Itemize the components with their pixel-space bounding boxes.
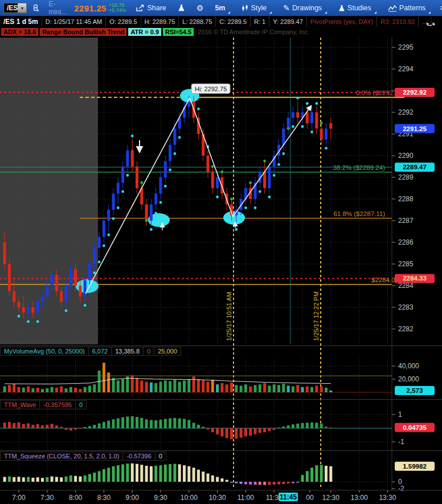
rsi-chip[interactable]: RSI=54.5 xyxy=(163,28,194,36)
squeeze-study-header: TTM_Squeeze (CLOSE, 20, 1.5, 2.0, 1.0) -… xyxy=(1,452,166,461)
svg-text:0.04735: 0.04735 xyxy=(403,424,427,431)
level-label: 61.8% ($2287.11) xyxy=(333,210,385,217)
patterns-wave-icon xyxy=(388,5,397,12)
copyright-text: 2016 © TD Ameritrade IP Company, Inc. xyxy=(198,29,309,35)
svg-text:2295: 2295 xyxy=(398,43,414,51)
chart-data-header: /ES 1 d 5m D: 1/25/17 11:45 AM O: 2289.5… xyxy=(0,16,442,27)
symbol-value: /ES xyxy=(4,4,18,12)
field-high: H: 2289.75 xyxy=(141,16,179,27)
studies-flask-icon xyxy=(338,5,345,12)
analyze-flask-icon xyxy=(178,4,185,12)
adx-chip[interactable]: ADX = 18.6 xyxy=(1,28,38,36)
share-icon xyxy=(136,5,145,12)
svg-text:9:00: 9:00 xyxy=(126,494,140,502)
dropdown-caret xyxy=(325,11,327,14)
link-button[interactable] xyxy=(28,0,43,16)
svg-text:2292.92: 2292.92 xyxy=(403,89,427,96)
svg-text:2292: 2292 xyxy=(398,108,414,116)
field-range: R: 1 xyxy=(251,16,269,27)
wave-study-header: TTM_Wave -0.357595 0 xyxy=(1,400,87,409)
svg-text:7:00: 7:00 xyxy=(12,494,26,502)
studies-dropdown[interactable]: Studies xyxy=(334,0,380,16)
wave-value-2: 0 xyxy=(75,400,87,409)
analyze-button[interactable] xyxy=(174,0,189,16)
field-low: L: 2288.75 xyxy=(179,16,216,27)
svg-text:40,000: 40,000 xyxy=(398,362,419,370)
svg-text:2291.25: 2291.25 xyxy=(403,125,427,132)
svg-text:11:45: 11:45 xyxy=(280,493,297,501)
svg-text:13:00: 13:00 xyxy=(351,494,368,502)
patterns-dropdown[interactable]: Patterns xyxy=(384,0,435,16)
svg-text:10:30: 10:30 xyxy=(209,494,226,502)
wave-study-label[interactable]: TTM_Wave xyxy=(0,400,40,409)
field-date: D: 1/25/17 11:45 AM xyxy=(42,16,106,27)
svg-text:2294: 2294 xyxy=(398,65,414,73)
timeframe-value: 5m xyxy=(215,4,225,12)
svg-text:1: 1 xyxy=(398,410,402,418)
pencil-icon: ✎ xyxy=(283,4,290,12)
last-price: 2291.25 xyxy=(74,3,106,13)
svg-text:20,000: 20,000 xyxy=(398,375,419,383)
squeeze-value-2: 0 xyxy=(155,452,166,461)
vline-timestamp: 1/25/17 10:51 AM xyxy=(226,292,232,341)
field-y: Y: 2289.47 xyxy=(269,16,307,27)
svg-text:11:00: 11:00 xyxy=(238,494,254,502)
link-icon xyxy=(32,4,39,12)
dropdown-caret xyxy=(428,11,431,14)
timeframe-dropdown[interactable]: 5m xyxy=(211,0,234,16)
pivot-r3-value: R3: 2313.92 xyxy=(377,16,419,27)
symbol-dropdown-caret[interactable]: ▼ xyxy=(18,3,26,13)
trend-chip[interactable]: Range Bound Bullish Trend xyxy=(40,28,126,36)
last-price-group: 2291.25 +16.75 +0.74% xyxy=(72,0,128,16)
top-toolbar: /ES ▼ E-mini... 2291.25 +16.75 +0.74% xyxy=(0,0,442,16)
symbol-input[interactable]: /ES ▼ xyxy=(3,3,27,13)
menu-icon: ≡ xyxy=(440,4,442,12)
volume-study-label[interactable]: MyVolumeAvg (50, 0, 25000) xyxy=(0,347,89,356)
resize-icon[interactable] xyxy=(425,19,436,28)
volume-value-3: 0 xyxy=(143,347,154,356)
svg-text:00: 00 xyxy=(306,494,314,502)
svg-text:Hi: 2292.75: Hi: 2292.75 xyxy=(195,86,227,92)
svg-text:-2: -2 xyxy=(398,485,404,493)
svg-text:2282: 2282 xyxy=(398,325,414,333)
field-open: O: 2289.5 xyxy=(106,16,141,27)
svg-text:2289.47: 2289.47 xyxy=(403,164,427,170)
svg-text:2285: 2285 xyxy=(398,260,414,268)
chart-canvas[interactable]: 0.0% ($2292.69)38.2% ($2289.24)61.8% ($2… xyxy=(0,37,442,504)
svg-text:10:00: 10:00 xyxy=(181,494,198,502)
svg-text:2284.33: 2284.33 xyxy=(403,275,427,282)
high-tooltip: Hi: 2292.75 xyxy=(191,84,230,94)
volume-value-4: 25,000 xyxy=(154,347,181,356)
svg-text:8:00: 8:00 xyxy=(69,494,83,502)
trading-platform-window: /ES ▼ E-mini... 2291.25 +16.75 +0.74% xyxy=(0,0,442,504)
svg-text:2287: 2287 xyxy=(398,217,414,225)
dropdown-caret xyxy=(374,11,376,14)
svg-text:8:30: 8:30 xyxy=(97,494,111,502)
dropdown-caret xyxy=(228,11,230,14)
svg-text:2286: 2286 xyxy=(398,238,414,246)
level-label: $2284.06 xyxy=(371,277,399,283)
settings-button[interactable]: ⚙ xyxy=(193,0,208,16)
chart-menu-button[interactable]: ≡ xyxy=(438,0,442,16)
dropdown-caret xyxy=(269,11,272,14)
vline-timestamp: 1/25/17 12:22 PM xyxy=(313,291,320,341)
squeeze-study-label[interactable]: TTM_Squeeze (CLOSE, 20, 1.5, 2.0, 1.0) xyxy=(0,452,123,461)
svg-text:1.59982: 1.59982 xyxy=(403,463,427,470)
svg-text:2283: 2283 xyxy=(398,303,414,311)
drawings-dropdown[interactable]: ✎ Drawings xyxy=(279,0,331,16)
chart-title: /ES 1 d 5m xyxy=(0,16,42,27)
symbol-description: E-mini... xyxy=(44,0,71,16)
svg-text:12:30: 12:30 xyxy=(322,494,339,502)
share-button[interactable]: Share xyxy=(132,0,170,16)
svg-text:9:30: 9:30 xyxy=(154,494,167,502)
volume-value-1: 6,072 xyxy=(88,347,112,356)
svg-text:13:30: 13:30 xyxy=(379,494,396,502)
pivotpoints-study-label[interactable]: PivotPoints (yes, DAY) xyxy=(307,16,377,27)
price-change: +16.75 +0.74% xyxy=(109,3,126,14)
style-dropdown[interactable]: Style xyxy=(238,0,276,16)
style-candles-icon xyxy=(242,5,248,12)
volume-study-header: MyVolumeAvg (50, 0, 25000) 6,072 13,385.… xyxy=(1,347,181,356)
gear-icon: ⚙ xyxy=(197,4,204,12)
level-label: 38.2% ($2289.24) xyxy=(333,164,386,171)
atr-chip[interactable]: ATR = 0.9 xyxy=(128,28,161,36)
